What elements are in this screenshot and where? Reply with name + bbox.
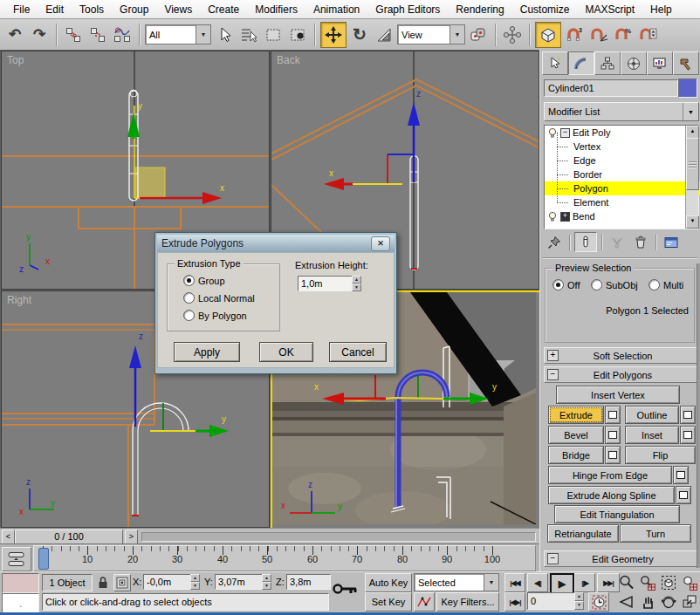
menu-customize[interactable]: Customize: [512, 2, 578, 17]
stack-item-element[interactable]: Element: [545, 195, 700, 209]
bevel-button[interactable]: Bevel: [548, 426, 604, 444]
show-end-result-button[interactable]: [574, 232, 597, 252]
scroll-down-button[interactable]: ▼: [686, 215, 699, 229]
extrusion-group-radio[interactable]: Group: [183, 275, 225, 286]
previous-frame-button[interactable]: ◀||: [527, 573, 548, 592]
x-coord-spinner[interactable]: ▲▼: [190, 574, 200, 590]
extrusion-height-spinner[interactable]: ▲▼: [352, 276, 361, 291]
timeline-frame-slider[interactable]: [38, 548, 49, 570]
zoom-button[interactable]: [616, 573, 636, 591]
scroll-up-button[interactable]: ▲: [686, 126, 699, 139]
outline-button[interactable]: Outline: [625, 406, 679, 424]
stack-item-bend[interactable]: + Bend: [545, 209, 685, 223]
extrusion-local-normal-radio[interactable]: Local Normal: [183, 292, 255, 304]
x-coord-field[interactable]: -0,0m: [143, 574, 193, 590]
preview-off-radio[interactable]: Off: [552, 279, 580, 290]
hinge-from-edge-button[interactable]: Hinge From Edge: [548, 466, 672, 484]
isolate-key-button[interactable]: [332, 579, 360, 600]
pin-stack-button[interactable]: [544, 233, 565, 251]
maxscript-mini-listener[interactable]: ‸: [2, 593, 39, 613]
unlink-selection-button[interactable]: [86, 24, 109, 46]
play-animation-button[interactable]: ▶: [550, 573, 574, 594]
apply-button[interactable]: Apply: [174, 342, 240, 362]
maximize-viewport-toggle-button[interactable]: [679, 592, 699, 611]
extrusion-height-field[interactable]: 1,0m: [298, 276, 353, 291]
key-filters-button[interactable]: Key Filters...: [436, 592, 499, 612]
menu-graph-editors[interactable]: Graph Editors: [367, 2, 448, 17]
selection-lock-toggle[interactable]: [96, 575, 110, 591]
menu-rendering[interactable]: Rendering: [448, 2, 511, 17]
object-color-swatch[interactable]: [678, 79, 697, 98]
edit-polygons-rollout[interactable]: − Edit Polygons: [544, 366, 699, 383]
menu-views[interactable]: Views: [156, 2, 200, 17]
extrusion-by-polygon-radio[interactable]: By Polygon: [183, 310, 247, 321]
set-key-button[interactable]: Set Key: [365, 592, 412, 612]
remove-modifier-button[interactable]: [630, 233, 651, 251]
ok-button[interactable]: OK: [259, 342, 313, 362]
menu-modifiers[interactable]: Modifiers: [247, 2, 305, 17]
viewport-top-label[interactable]: Top: [7, 54, 24, 66]
edit-geometry-rollout[interactable]: − Edit Geometry: [544, 550, 699, 567]
menu-file[interactable]: File: [5, 2, 38, 17]
zoom-all-button[interactable]: [637, 573, 657, 591]
stack-item-vertex[interactable]: Vertex: [545, 140, 700, 154]
pan-view-button[interactable]: [637, 592, 657, 611]
tab-modify[interactable]: [568, 51, 594, 75]
radio-icon[interactable]: [591, 279, 602, 290]
select-and-manipulate-button[interactable]: [501, 24, 524, 46]
y-coord-spinner[interactable]: ▲▼: [262, 574, 271, 590]
bridge-settings-button[interactable]: [605, 446, 621, 464]
use-pivot-point-center-button[interactable]: [467, 24, 490, 46]
retriangulate-button[interactable]: Retriangulate: [547, 524, 619, 543]
extrude-along-spline-button[interactable]: Extrude Along Spline: [548, 486, 675, 504]
scrollbar-thumb[interactable]: [686, 138, 699, 190]
object-name-field[interactable]: Cylinder01: [544, 79, 678, 97]
extrude-button[interactable]: Extrude: [548, 406, 604, 424]
preview-multi-radio[interactable]: Multi: [649, 279, 683, 290]
spinner-snap-toggle-button[interactable]: [636, 24, 659, 46]
soft-selection-rollout[interactable]: + Soft Selection: [544, 347, 699, 364]
select-and-move-button[interactable]: [320, 22, 347, 48]
extrude-settings-button[interactable]: [605, 406, 621, 424]
stack-item-border[interactable]: Border: [545, 167, 700, 181]
selection-filter-dropdown[interactable]: All ▼: [145, 24, 211, 44]
track-bar-swatch[interactable]: [2, 573, 39, 593]
field-of-view-button[interactable]: [616, 592, 636, 611]
select-and-rotate-button[interactable]: ↻: [348, 24, 371, 46]
percent-snap-toggle-button[interactable]: %: [612, 24, 635, 46]
menu-maxscript[interactable]: MAXScript: [577, 2, 642, 17]
edit-triangulation-button[interactable]: Edit Triangulation: [554, 505, 680, 523]
inset-button[interactable]: Inset: [625, 426, 679, 444]
menu-animation[interactable]: Animation: [305, 2, 367, 17]
inset-settings-button[interactable]: [680, 426, 696, 444]
reference-coordinate-dropdown[interactable]: View ▼: [397, 24, 465, 44]
menu-help[interactable]: Help: [642, 2, 680, 17]
stack-item-polygon-selected[interactable]: Polygon: [545, 181, 700, 195]
redo-button[interactable]: ↷: [28, 24, 51, 46]
time-slider-handle[interactable]: 0 / 100: [15, 530, 123, 544]
default-in-out-tangents-button[interactable]: [414, 592, 435, 612]
time-slider-next-button[interactable]: >: [125, 530, 138, 544]
frame-spinner[interactable]: ▲▼: [574, 592, 584, 610]
tab-create[interactable]: [542, 51, 568, 75]
menu-group[interactable]: Group: [112, 2, 156, 17]
dialog-title-bar[interactable]: Extrude Polygons ✕: [157, 235, 395, 252]
bind-to-space-warp-button[interactable]: [111, 24, 134, 46]
viewport-right-label[interactable]: Right: [7, 294, 31, 306]
select-by-name-button[interactable]: [237, 24, 260, 46]
flip-button[interactable]: Flip: [625, 446, 696, 464]
auto-key-button[interactable]: Auto Key: [365, 573, 412, 592]
cancel-button[interactable]: Cancel: [329, 342, 387, 362]
collapse-box[interactable]: −: [560, 128, 570, 138]
command-panel-scrollbar[interactable]: [697, 263, 700, 568]
open-mini-curve-editor-button[interactable]: [2, 547, 31, 571]
window-crossing-toggle-button[interactable]: [286, 24, 309, 46]
radio-icon[interactable]: [552, 279, 564, 290]
angle-snap-toggle-button[interactable]: [587, 24, 610, 46]
turn-button[interactable]: Turn: [620, 524, 691, 543]
menu-create[interactable]: Create: [200, 2, 247, 17]
current-frame-field[interactable]: 0: [527, 592, 577, 610]
menu-edit[interactable]: Edit: [38, 2, 72, 17]
modifier-list-dropdown[interactable]: Modifier List ▼: [544, 102, 699, 121]
tab-hierarchy[interactable]: [594, 51, 621, 75]
